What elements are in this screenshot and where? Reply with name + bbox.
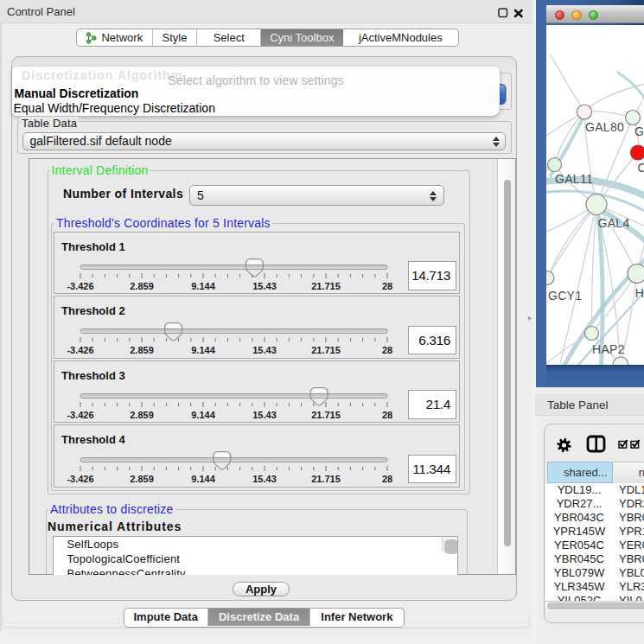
svg-text:9.144: 9.144 xyxy=(191,345,215,355)
svg-text:GA: GA xyxy=(634,124,644,137)
svg-text:21.715: 21.715 xyxy=(311,345,341,355)
svg-text:-3.426: -3.426 xyxy=(67,280,93,290)
svg-text:GAL80: GAL80 xyxy=(585,119,624,133)
svg-text:CY: CY xyxy=(638,160,644,174)
svg-text:28: 28 xyxy=(382,280,392,290)
svg-text:HAP2: HAP2 xyxy=(592,342,625,356)
svg-text:9.144: 9.144 xyxy=(191,280,215,290)
svg-text:15.43: 15.43 xyxy=(252,345,277,355)
svg-text:28: 28 xyxy=(382,409,392,419)
svg-text:9.144: 9.144 xyxy=(191,409,215,419)
svg-text:21.715: 21.715 xyxy=(311,409,341,419)
svg-text:2.859: 2.859 xyxy=(130,345,154,355)
svg-text:-3.426: -3.426 xyxy=(67,409,93,419)
svg-text:15.43: 15.43 xyxy=(252,409,277,419)
svg-text:28: 28 xyxy=(382,474,392,484)
svg-text:GAL4: GAL4 xyxy=(598,216,630,230)
svg-text:HA: HA xyxy=(635,286,644,300)
svg-text:-3.426: -3.426 xyxy=(67,345,93,355)
svg-text:21.715: 21.715 xyxy=(311,474,341,484)
svg-text:2.859: 2.859 xyxy=(130,409,154,419)
svg-text:2.859: 2.859 xyxy=(130,474,154,484)
svg-text:15.43: 15.43 xyxy=(252,474,277,484)
svg-text:9.144: 9.144 xyxy=(191,474,215,484)
svg-text:28: 28 xyxy=(382,345,392,355)
svg-text:GAL11: GAL11 xyxy=(555,172,593,186)
svg-text:15.43: 15.43 xyxy=(252,280,277,290)
svg-text:2.859: 2.859 xyxy=(130,280,154,290)
svg-text:21.715: 21.715 xyxy=(311,280,341,290)
svg-text:-3.426: -3.426 xyxy=(67,474,93,484)
svg-text:GCY1: GCY1 xyxy=(548,288,582,302)
